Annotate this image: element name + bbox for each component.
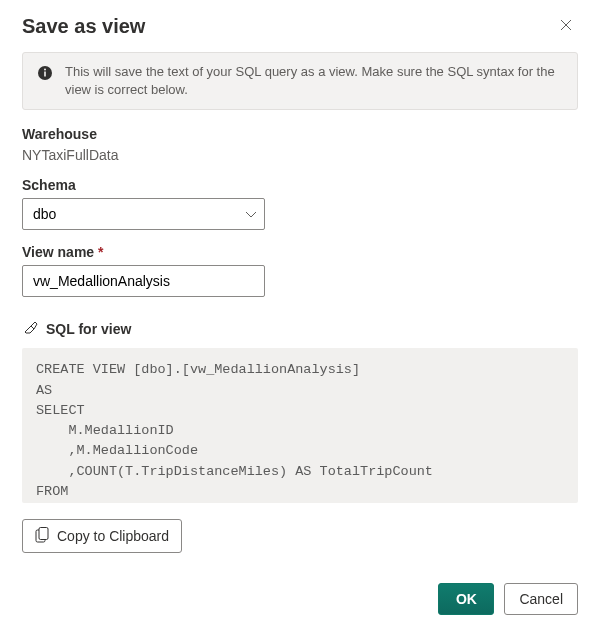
ok-button[interactable]: OK [438,583,494,615]
view-name-label-text: View name [22,244,94,260]
dialog-title: Save as view [22,15,145,38]
warehouse-label: Warehouse [22,126,578,142]
svg-rect-4 [39,527,48,539]
footer-row-1: Copy to Clipboard [22,519,578,553]
svg-rect-1 [44,72,46,77]
sql-label: SQL for view [46,321,131,337]
svg-point-2 [44,69,46,71]
required-indicator: * [98,244,103,260]
warehouse-field: Warehouse NYTaxiFullData [22,126,578,163]
view-name-field: View name * [22,244,578,297]
copy-icon [35,527,49,546]
view-name-input[interactable] [22,265,265,297]
schema-select-wrap: dbo [22,198,265,230]
info-icon [37,65,53,84]
schema-label: Schema [22,177,578,193]
sql-code-box[interactable]: CREATE VIEW [dbo].[vw_MedallionAnalysis]… [22,348,578,503]
dialog-actions: OK Cancel [22,583,578,615]
view-name-label: View name * [22,244,578,260]
eraser-icon [22,319,38,338]
dialog-header: Save as view [22,14,578,38]
info-banner: This will save the text of your SQL quer… [22,52,578,110]
sql-section-header: SQL for view [22,319,578,338]
cancel-button[interactable]: Cancel [504,583,578,615]
schema-select[interactable]: dbo [22,198,265,230]
warehouse-value: NYTaxiFullData [22,147,578,163]
schema-field: Schema dbo [22,177,578,230]
copy-clipboard-button[interactable]: Copy to Clipboard [22,519,182,553]
close-button[interactable] [554,14,578,38]
close-icon [560,17,572,35]
copy-label: Copy to Clipboard [57,528,169,544]
info-message: This will save the text of your SQL quer… [65,63,563,99]
